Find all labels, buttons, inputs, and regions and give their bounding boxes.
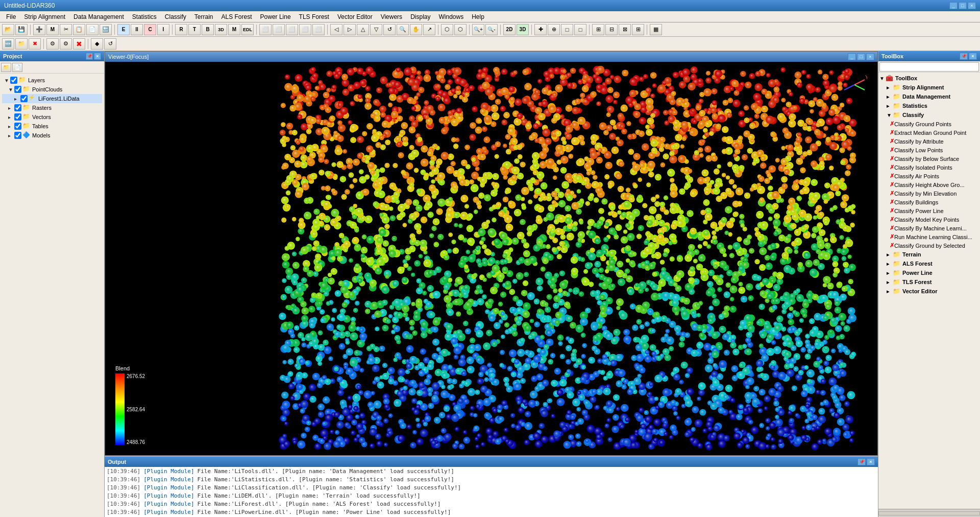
tree-item-pointclouds[interactable]: ▼ 📁 PointClouds — [2, 85, 102, 94]
close-btn[interactable]: × — [968, 2, 976, 9]
menu-item-power-line[interactable]: Power Line — [256, 11, 295, 22]
paste-btn[interactable]: 📄 — [86, 24, 99, 35]
check-vectors[interactable] — [14, 113, 21, 121]
add-btn[interactable]: ➕ — [33, 24, 45, 35]
refresh-btn[interactable]: ↺ — [104, 38, 116, 50]
menu-item-file[interactable]: File — [2, 11, 20, 22]
toolbox-classify-height-item[interactable]: ✗ Classify Height Above Gro... — [879, 180, 979, 189]
view1-btn[interactable]: ⬡ — [441, 24, 453, 35]
c-btn[interactable]: C — [144, 24, 156, 35]
m-btn[interactable]: M — [46, 24, 59, 35]
toolbox-run-ml-item[interactable]: ✗ Run Machine Learning Classi... — [879, 232, 979, 241]
save-btn[interactable]: 💾 — [15, 24, 28, 35]
toolbox-datamgmt-item[interactable]: ▸ 📁 Data Management — [879, 92, 979, 101]
viewer-content[interactable]: Y Blend 2676.52 2582.64 2488.76 — [105, 62, 877, 455]
toolbox-classify-ground-item[interactable]: ✗ Classify Ground Points — [879, 120, 979, 128]
zoom-btn[interactable]: 🔍 — [397, 24, 409, 35]
pan-btn[interactable]: ✋ — [410, 24, 422, 35]
mbig-btn[interactable]: M — [228, 24, 240, 35]
toolbox-strip-item[interactable]: ▸ 📁 Strip Alignment — [879, 83, 979, 92]
i-btn[interactable]: I — [157, 24, 169, 35]
e-btn[interactable]: E — [117, 24, 130, 35]
nav3-btn[interactable]: △ — [357, 24, 369, 35]
toolbox-hscroll[interactable] — [878, 511, 980, 515]
filter3-btn[interactable]: ✖ — [73, 38, 85, 50]
view2-btn[interactable]: ⬡ — [454, 24, 467, 35]
plus2-btn[interactable]: ⊕ — [548, 24, 560, 35]
menu-item-data-management[interactable]: Data Management — [69, 11, 128, 22]
check-models[interactable] — [14, 132, 21, 139]
icon2-btn[interactable]: ⊟ — [605, 24, 618, 35]
toolbox-pin-btn[interactable]: 📌 — [960, 53, 968, 60]
open-btn[interactable]: 📁 — [15, 38, 28, 50]
toolbox-classify-low-item[interactable]: ✗ Classify Low Points — [879, 146, 979, 154]
menu-item-classify[interactable]: Classify — [161, 11, 190, 22]
t-btn[interactable]: T — [188, 24, 201, 35]
check-liforest[interactable] — [20, 95, 28, 102]
toolbox-stats-item[interactable]: ▸ 📁 Statistics — [879, 101, 979, 110]
undo-btn[interactable]: 🔙 — [100, 24, 112, 35]
3d-btn[interactable]: 3D — [215, 24, 227, 35]
frame-btn[interactable]: ⬜ — [259, 24, 272, 35]
project-pin-btn[interactable]: 📌 — [86, 53, 93, 60]
frame3-btn[interactable]: ⬜ — [286, 24, 298, 35]
filter-btn[interactable]: ⚙ — [46, 38, 59, 50]
viewer-minimize-btn[interactable]: _ — [848, 53, 856, 60]
toolbox-classify-attr-item[interactable]: ✗ Classify by Attribute — [879, 137, 979, 146]
tree-item-layers[interactable]: ▼ 📁 Layers — [2, 76, 102, 85]
toolbox-classify-below-item[interactable]: ✗ Classify by Below Surface — [879, 154, 979, 163]
check-pointclouds[interactable] — [14, 86, 21, 93]
toolbox-classify-ground-sel-item[interactable]: ✗ Classify Ground by Selected — [879, 241, 979, 250]
toolbox-close-btn[interactable]: × — [969, 53, 977, 60]
frame4-btn[interactable]: ⬜ — [299, 24, 311, 35]
check-tables[interactable] — [14, 123, 21, 130]
menu-item-vector-editor[interactable]: Vector Editor — [333, 11, 377, 22]
menu-item-als-forest[interactable]: ALS Forest — [217, 11, 256, 22]
3d2-btn[interactable]: 3D — [517, 24, 529, 35]
menu-item-display[interactable]: Display — [406, 11, 434, 22]
toolbox-extract-median-item[interactable]: ✗ Extract Median Ground Point — [879, 128, 979, 137]
2d-btn[interactable]: 2D — [503, 24, 516, 35]
project-close-btn[interactable]: × — [94, 53, 101, 60]
output-pin-btn[interactable]: 📌 — [857, 458, 866, 465]
menu-item-statistics[interactable]: Statistics — [128, 11, 161, 22]
cut-btn[interactable]: ✂ — [60, 24, 72, 35]
tree-item-liforest[interactable]: ▸ ⚡ LiForest1.LiData — [2, 94, 102, 103]
viewer-maximize-btn[interactable]: □ — [857, 53, 865, 60]
icon3-btn[interactable]: ⊠ — [619, 24, 631, 35]
toolbox-classify-ml-item[interactable]: ✗ Classify By Machine Learni... — [879, 224, 979, 232]
output-close-btn[interactable]: × — [867, 458, 875, 465]
zoomin-btn[interactable]: 🔍+ — [472, 24, 484, 35]
close-file-btn[interactable]: ✖ — [29, 38, 41, 50]
proj-add2-btn[interactable]: 📄 — [12, 63, 22, 72]
check-rasters[interactable] — [14, 104, 21, 111]
new2-btn[interactable]: 🆕 — [2, 38, 14, 50]
toolbox-classify-minelev-item[interactable]: ✗ Classify by Min Elevation — [879, 189, 979, 198]
minimize-btn[interactable]: _ — [949, 2, 958, 9]
frame5-btn[interactable]: ⬜ — [312, 24, 325, 35]
toolbox-classify-air-item[interactable]: ✗ Classify Air Points — [879, 172, 979, 180]
menu-item-help[interactable]: Help — [468, 11, 488, 22]
maximize-btn[interactable]: □ — [959, 2, 967, 9]
output-content[interactable]: [10:39:46][Plugin Module]File Name:'LiTo… — [105, 467, 878, 517]
menu-item-viewers[interactable]: Viewers — [377, 11, 406, 22]
copy-btn[interactable]: 📋 — [73, 24, 85, 35]
toolbox-alsforest-item[interactable]: ▸ 📁 ALS Forest — [879, 259, 979, 268]
edl-btn[interactable]: EDL — [241, 24, 254, 35]
toolbox-vectoreditor-item[interactable]: ▸ 📁 Vector Editor — [879, 287, 979, 296]
tree-item-vectors[interactable]: ▸ 📁 Vectors — [2, 112, 102, 122]
viewer-close-btn[interactable]: × — [866, 53, 874, 60]
filter2-btn[interactable]: ⚙ — [60, 38, 72, 50]
frame2-btn[interactable]: ⬜ — [273, 24, 285, 35]
tree-item-models[interactable]: ▸ 🔷 Models — [2, 131, 102, 140]
ii-btn[interactable]: II — [131, 24, 143, 35]
icon1-btn[interactable]: ⊞ — [592, 24, 604, 35]
grid-btn[interactable]: ▦ — [650, 24, 662, 35]
menu-item-windows[interactable]: Windows — [434, 11, 468, 22]
toolbox-terrain-item[interactable]: ▸ 📁 Terrain — [879, 250, 979, 259]
toolbox-search-input[interactable] — [879, 62, 979, 72]
diamond-btn[interactable]: ◆ — [91, 38, 103, 50]
new-btn[interactable]: 📂 — [2, 24, 14, 35]
toolbox-classify-powerline-item[interactable]: ✗ Classify Power Line — [879, 206, 979, 215]
toolbox-classify-buildings-item[interactable]: ✗ Classify Buildings — [879, 198, 979, 206]
